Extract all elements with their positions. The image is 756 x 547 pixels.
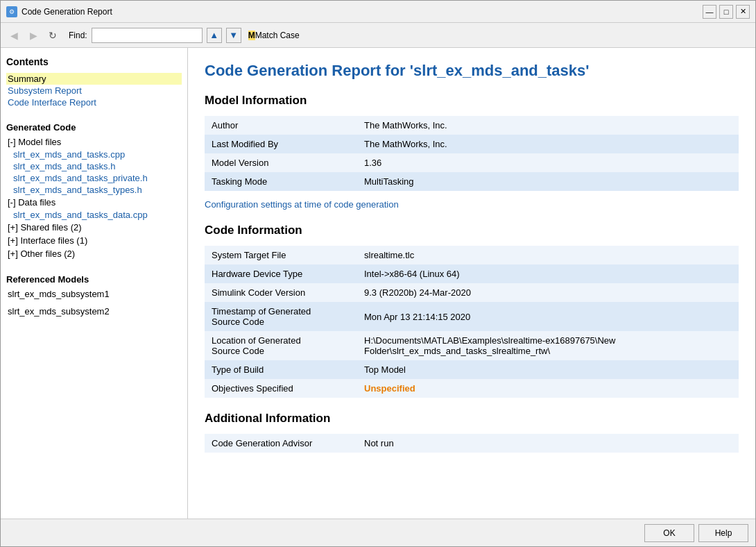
generated-code-header: Generated Code [6, 122, 182, 133]
other-files-header[interactable]: [+] Other files (2) [6, 247, 182, 260]
match-case-label: MMatch Case [248, 31, 300, 40]
additional-info-title: Additional Information [205, 412, 739, 426]
data-file-0[interactable]: slrt_ex_mds_and_tasks_data.cpp [12, 209, 182, 221]
titlebar-left: ⚙ Code Generation Report [6, 6, 112, 17]
cell-label: Location of Generated Source Code [205, 331, 357, 360]
table-row: Timestamp of Generated Source CodeMon Ap… [205, 302, 739, 331]
interface-files-header[interactable]: [+] Interface files (1) [6, 234, 182, 247]
model-file-0[interactable]: slrt_ex_mds_and_tasks.cpp [12, 149, 182, 160]
cell-label: Tasking Mode [205, 172, 357, 191]
referenced-models-header: Referenced Models [6, 274, 182, 285]
table-row: Last Modified ByThe MathWorks, Inc. [205, 135, 739, 153]
page-title: Code Generation Report for 'slrt_ex_mds_… [205, 62, 739, 80]
table-row: Simulink Coder Version9.3 (R2020b) 24-Ma… [205, 283, 739, 302]
table-row: Location of Generated Source CodeH:\Docu… [205, 331, 739, 360]
data-files-header: [-] Data files [6, 196, 182, 209]
model-file-1[interactable]: slrt_ex_mds_and_tasks.h [12, 160, 182, 172]
cell-value: The MathWorks, Inc. [357, 135, 739, 153]
model-file-3[interactable]: slrt_ex_mds_and_tasks_types.h [12, 184, 182, 196]
table-row: Model Version1.36 [205, 153, 739, 172]
cell-label: Model Version [205, 153, 357, 172]
sidebar-item-subsystem-report[interactable]: Subsystem Report [6, 85, 182, 96]
main-area: Contents Summary Subsystem Report Code I… [1, 48, 755, 519]
window-title: Code Generation Report [22, 7, 112, 17]
cell-value: Intel->x86-64 (Linux 64) [357, 264, 739, 283]
titlebar: ⚙ Code Generation Report — □ ✕ [1, 1, 755, 23]
find-label: Find: [69, 31, 87, 40]
find-prev-button[interactable]: ▲ [207, 28, 222, 43]
cell-value: The MathWorks, Inc. [357, 116, 739, 135]
model-file-2[interactable]: slrt_ex_mds_and_tasks_private.h [12, 172, 182, 184]
app-icon: ⚙ [6, 6, 17, 17]
main-window: ⚙ Code Generation Report — □ ✕ ◀ ▶ ↻ Fin… [0, 0, 756, 547]
forward-button[interactable]: ▶ [26, 28, 41, 43]
back-button[interactable]: ◀ [6, 28, 22, 43]
minimize-button[interactable]: — [703, 5, 716, 19]
cell-value: 1.36 [357, 153, 739, 172]
toolbar: ◀ ▶ ↻ Find: ▲ ▼ MMatch Case [1, 23, 755, 48]
cell-value: slrealtime.tlc [357, 246, 739, 264]
model-info-table: AuthorThe MathWorks, Inc.Last Modified B… [205, 116, 739, 191]
cell-label: Last Modified By [205, 135, 357, 153]
cell-value: H:\Documents\MATLAB\Examples\slrealtime-… [357, 331, 739, 360]
sidebar-item-code-interface-report[interactable]: Code Interface Report [6, 96, 182, 108]
find-input[interactable] [92, 28, 203, 43]
contents-header: Contents [6, 56, 182, 67]
cell-label: Objectives Specified [205, 379, 357, 398]
cell-value: Unspecified [357, 379, 739, 398]
help-button[interactable]: Help [698, 524, 748, 542]
cell-label: Hardware Device Type [205, 264, 357, 283]
titlebar-controls: — □ ✕ [703, 5, 750, 19]
ref-model-1: slrt_ex_mds_subsystem2 [6, 305, 182, 318]
bottom-bar: OK Help [1, 519, 755, 546]
cell-value: Mon Apr 13 21:14:15 2020 [357, 302, 739, 331]
table-row: Objectives SpecifiedUnspecified [205, 379, 739, 398]
table-row: AuthorThe MathWorks, Inc. [205, 116, 739, 135]
cell-label: Author [205, 116, 357, 135]
ref-model-0: slrt_ex_mds_subsystem1 [6, 287, 182, 301]
code-info-title: Code Information [205, 224, 739, 237]
cell-value: 9.3 (R2020b) 24-Mar-2020 [357, 283, 739, 302]
sidebar-item-summary[interactable]: Summary [6, 73, 182, 85]
cell-value: Top Model [357, 360, 739, 379]
refresh-button[interactable]: ↻ [45, 28, 60, 43]
cell-value: Not run [357, 434, 739, 453]
cell-value: MultiTasking [357, 172, 739, 191]
sidebar: Contents Summary Subsystem Report Code I… [1, 48, 188, 519]
table-row: Code Generation AdvisorNot run [205, 434, 739, 453]
cell-label: Code Generation Advisor [205, 434, 357, 453]
model-info-title: Model Information [205, 94, 739, 108]
cell-label: Timestamp of Generated Source Code [205, 302, 357, 331]
table-row: Type of BuildTop Model [205, 360, 739, 379]
additional-info-table: Code Generation AdvisorNot run [205, 434, 739, 453]
config-settings-link[interactable]: Configuration settings at time of code g… [205, 199, 399, 210]
shared-files-header[interactable]: [+] Shared files (2) [6, 221, 182, 234]
ok-button[interactable]: OK [644, 524, 694, 542]
maximize-button[interactable]: □ [719, 5, 733, 19]
find-next-button[interactable]: ▼ [226, 28, 241, 43]
model-files-header: [-] Model files [6, 135, 182, 149]
cell-label: Type of Build [205, 360, 357, 379]
cell-label: Simulink Coder Version [205, 283, 357, 302]
content-area: Code Generation Report for 'slrt_ex_mds_… [188, 48, 755, 519]
cell-label: System Target File [205, 246, 357, 264]
close-button[interactable]: ✕ [736, 5, 750, 19]
table-row: Hardware Device TypeIntel->x86-64 (Linux… [205, 264, 739, 283]
code-info-table: System Target Fileslrealtime.tlcHardware… [205, 246, 739, 398]
table-row: System Target Fileslrealtime.tlc [205, 246, 739, 264]
table-row: Tasking ModeMultiTasking [205, 172, 739, 191]
